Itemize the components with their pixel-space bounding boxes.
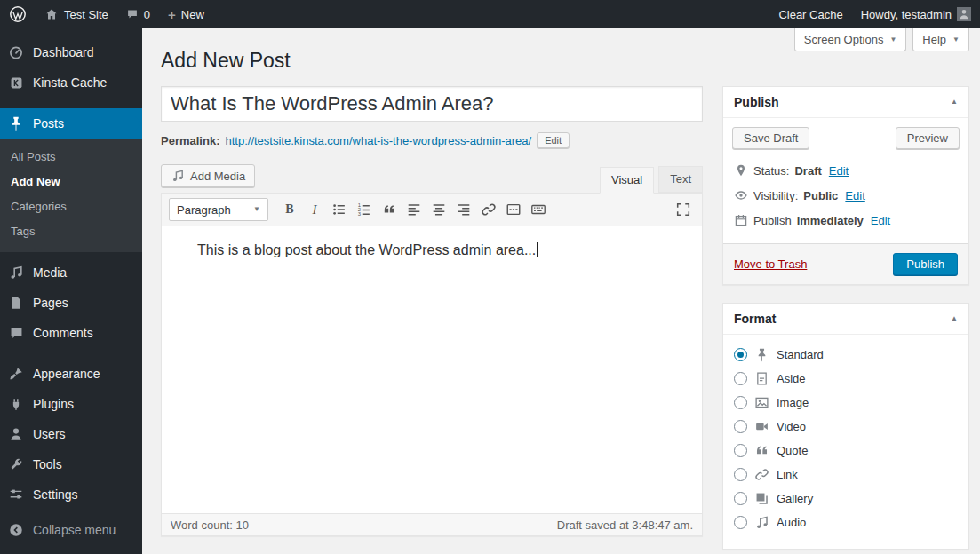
submenu-item-categories[interactable]: Categories: [0, 194, 142, 219]
bulleted-list-icon: [331, 202, 347, 218]
radio-standard[interactable]: [734, 348, 747, 361]
editor-content-area[interactable]: This is a blog post about the WordPress …: [162, 226, 702, 513]
sidebar-item-appearance[interactable]: Appearance: [0, 359, 142, 389]
toggle-panel-icon[interactable]: ▲: [951, 99, 958, 106]
audio-icon: [754, 515, 769, 530]
howdy-label: Howdy, testadmin: [861, 8, 952, 21]
format-option-standard[interactable]: Standard: [734, 343, 958, 367]
add-media-label: Add Media: [190, 170, 245, 183]
tab-visual[interactable]: Visual: [600, 167, 654, 194]
howdy-account-menu[interactable]: Howdy, testadmin: [852, 0, 980, 28]
posts-submenu: All Posts Add New Categories Tags: [0, 138, 142, 252]
admin-menu-middle: Media Pages Comments Appearance Plugins …: [0, 257, 142, 510]
new-content-menu[interactable]: + New: [159, 0, 213, 28]
format-option-video[interactable]: Video: [734, 415, 958, 439]
radio-audio[interactable]: [734, 516, 747, 529]
edit-visibility-link[interactable]: Edit: [845, 189, 864, 202]
bulleted-list-button[interactable]: [328, 199, 351, 220]
edit-permalink-button[interactable]: Edit: [537, 132, 570, 148]
save-draft-button[interactable]: Save Draft: [732, 127, 809, 149]
distraction-free-button[interactable]: [672, 199, 695, 220]
sidebar-item-posts[interactable]: Posts: [0, 108, 142, 138]
move-to-trash-link[interactable]: Move to Trash: [734, 257, 807, 271]
admin-sidebar: Dashboard Kinsta Cache Posts All Posts A…: [0, 28, 142, 554]
word-count-value: 10: [235, 518, 248, 532]
radio-image[interactable]: [734, 396, 747, 409]
sidebar-item-comments[interactable]: Comments: [0, 318, 142, 348]
align-left-icon: [406, 202, 422, 218]
wordpress-logo-icon: [9, 5, 27, 23]
permalink-row: Permalink: http://testsite.kinsta.com/wh…: [161, 132, 703, 148]
collapse-menu-button[interactable]: Collapse menu: [0, 515, 142, 545]
add-media-button[interactable]: Add Media: [161, 164, 255, 187]
align-center-button[interactable]: [427, 199, 450, 220]
screen-options-button[interactable]: Screen Options ▼: [794, 28, 907, 51]
home-icon: [44, 7, 59, 21]
sidebar-item-dashboard[interactable]: Dashboard: [0, 37, 142, 67]
schedule-value: immediately: [797, 214, 864, 227]
blockquote-button[interactable]: [378, 199, 401, 220]
sidebar-item-settings[interactable]: Settings: [0, 479, 142, 510]
publish-button[interactable]: Publish: [893, 253, 958, 275]
numbered-list-button[interactable]: [353, 199, 376, 220]
insert-link-button[interactable]: [477, 199, 500, 220]
format-option-image[interactable]: Image: [734, 391, 958, 415]
radio-link[interactable]: [734, 468, 747, 481]
sidebar-item-tools[interactable]: Tools: [0, 449, 142, 479]
site-name-menu[interactable]: Test Site: [36, 0, 117, 28]
sidebar-item-media[interactable]: Media: [0, 257, 142, 288]
wordpress-logo-menu[interactable]: [0, 0, 36, 28]
format-option-audio[interactable]: Audio: [734, 510, 958, 534]
major-publishing-actions: Move to Trash Publish: [723, 243, 968, 284]
eye-icon: [734, 188, 748, 202]
toggle-panel-icon[interactable]: ▲: [951, 315, 958, 322]
format-options-list: Standard Aside Image: [723, 335, 968, 549]
format-option-link[interactable]: Link: [734, 463, 958, 487]
permalink-link[interactable]: http://testsite.kinsta.com/what-is-the-w…: [225, 134, 531, 147]
read-more-button[interactable]: [502, 199, 525, 220]
preview-button[interactable]: Preview: [896, 127, 960, 149]
clear-cache-button[interactable]: Clear Cache: [769, 0, 851, 28]
block-format-select[interactable]: Paragraph ▼: [169, 198, 268, 221]
format-option-gallery[interactable]: Gallery: [734, 487, 958, 510]
bold-button[interactable]: B: [278, 199, 301, 220]
format-option-aside[interactable]: Aside: [734, 367, 958, 391]
italic-button[interactable]: I: [303, 199, 326, 220]
toolbar-toggle-button[interactable]: [527, 199, 550, 220]
publish-box-header[interactable]: Publish ▲: [723, 87, 968, 118]
sidebar-column: Publish ▲ Save Draft Preview Status: Dra…: [722, 86, 969, 554]
dashboard-icon: [7, 44, 25, 61]
align-left-button[interactable]: [402, 199, 426, 220]
help-button[interactable]: Help ▼: [912, 28, 969, 51]
word-count-label: Word count:: [171, 518, 233, 532]
link-icon: [754, 467, 769, 482]
sidebar-item-pages[interactable]: Pages: [0, 288, 142, 318]
sidebar-item-kinsta-cache[interactable]: Kinsta Cache: [0, 67, 142, 98]
new-label: New: [181, 8, 204, 21]
submenu-item-all-posts[interactable]: All Posts: [0, 145, 142, 170]
aside-icon: [754, 371, 769, 386]
pages-icon: [7, 294, 25, 312]
format-option-quote[interactable]: Quote: [734, 439, 958, 463]
submenu-item-add-new[interactable]: Add New: [0, 170, 142, 194]
align-right-button[interactable]: [452, 199, 475, 220]
format-box-header[interactable]: Format ▲: [723, 304, 968, 335]
tab-text[interactable]: Text: [658, 166, 703, 193]
radio-aside[interactable]: [734, 372, 747, 385]
sidebar-item-users[interactable]: Users: [0, 419, 142, 449]
help-label: Help: [922, 33, 946, 46]
edit-status-link[interactable]: Edit: [829, 164, 849, 178]
gallery-icon: [754, 491, 769, 506]
submenu-item-tags[interactable]: Tags: [0, 219, 142, 244]
radio-quote[interactable]: [734, 444, 747, 457]
word-count: Word count: 10: [171, 518, 249, 532]
menu-separator: [0, 348, 142, 359]
edit-schedule-link[interactable]: Edit: [871, 214, 890, 227]
post-title-input[interactable]: [161, 86, 703, 122]
publish-box-title: Publish: [734, 95, 779, 109]
radio-video[interactable]: [734, 420, 747, 433]
sidebar-item-plugins[interactable]: Plugins: [0, 389, 142, 419]
comments-menu[interactable]: 0: [117, 0, 159, 28]
numbered-list-icon: [356, 202, 372, 218]
radio-gallery[interactable]: [734, 492, 747, 505]
